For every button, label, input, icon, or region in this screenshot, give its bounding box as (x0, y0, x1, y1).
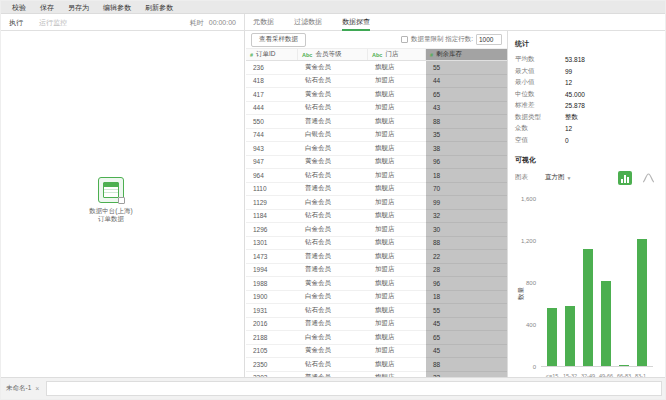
flow-canvas[interactable]: 数据中台(上海) 订单数据 (1, 31, 245, 379)
table-row[interactable]: 236黄金会员旗舰店55 (246, 61, 508, 75)
histogram-bar[interactable] (637, 239, 647, 366)
table-cell: 1473 (246, 250, 298, 263)
table-row[interactable]: 1988黄金会员旗舰店96 (246, 277, 508, 291)
node-caption-line2: 订单数据 (61, 215, 161, 223)
table-row[interactable]: 444钻石会员加盟店43 (246, 102, 508, 116)
table-cell: 444 (246, 102, 298, 115)
tab[interactable]: 元数据 (253, 14, 274, 31)
table-cell: 旗舰店 (368, 237, 426, 250)
table-cell: 2016 (246, 318, 298, 331)
table-row[interactable]: 1994普通会员加盟店28 (246, 264, 508, 278)
table-row[interactable]: 1110普通会员旗舰店70 (246, 183, 508, 197)
node-caption: 数据中台(上海) 订单数据 (61, 207, 161, 223)
table-cell: 旗舰店 (368, 115, 426, 128)
table-cell: 88 (426, 115, 508, 129)
table-cell: 96 (426, 156, 508, 170)
table-row[interactable]: 2188白金会员旗舰店65 (246, 331, 508, 345)
table-cell: 钻石会员 (298, 102, 368, 115)
table-cell: 加盟店 (368, 291, 426, 304)
menu-item[interactable]: 另存为 (61, 1, 96, 14)
column-header[interactable]: Abc会员等级 (298, 49, 368, 60)
limit-rows-input[interactable] (476, 34, 502, 45)
histogram-bar[interactable] (583, 249, 593, 366)
table-cell: 65 (426, 331, 508, 345)
table-cell: 65 (426, 88, 508, 102)
table-row[interactable]: 1931钻石会员旗舰店55 (246, 304, 508, 318)
table-cell: 钻石会员 (298, 75, 368, 88)
table-row[interactable]: 550普通会员旗舰店88 (246, 115, 508, 129)
table-row[interactable]: 418钻石会员加盟店44 (246, 75, 508, 89)
table-row[interactable]: 1296白金会员加盟店30 (246, 223, 508, 237)
table-cell: 加盟店 (368, 75, 426, 88)
tab[interactable]: 数据探查 (342, 14, 370, 31)
stats-title: 统计 (515, 39, 661, 49)
limit-checkbox[interactable] (401, 36, 408, 43)
table-row[interactable]: 1129白金会员加盟店99 (246, 196, 508, 210)
table-row[interactable]: 2016普通会员加盟店45 (246, 318, 508, 332)
stats-list: 平均数53.818最大值99最小值12中位数45.000标准差25.878数据类… (515, 54, 661, 146)
table-cell: 旗舰店 (368, 61, 426, 74)
stat-row: 标准差25.878 (515, 100, 661, 112)
column-header[interactable]: Abc门店 (368, 49, 426, 60)
table-cell: 加盟店 (368, 264, 426, 277)
curve-icon[interactable] (642, 172, 655, 183)
menu-item[interactable]: 保存 (33, 1, 61, 14)
tab[interactable]: 过滤数据 (294, 14, 322, 31)
table-row[interactable]: 2350钻石会员旗舰店88 (246, 358, 508, 372)
view-sample-data-button[interactable]: 查看采样数据 (251, 33, 306, 47)
table-cell: 44 (426, 75, 508, 89)
table-cell: 32 (426, 210, 508, 224)
column-header[interactable]: #剩余库存 (426, 49, 508, 60)
histogram-bar[interactable] (601, 281, 611, 366)
table-cell: 加盟店 (368, 345, 426, 358)
table-row[interactable]: 1184钻石会员旗舰店32 (246, 210, 508, 224)
table-cell: 744 (246, 129, 298, 142)
histogram-bar[interactable] (547, 308, 557, 366)
chart-type-label: 图表 (515, 173, 545, 182)
chart-type-select[interactable]: 直方图 (545, 173, 565, 182)
histogram-icon[interactable] (618, 171, 632, 185)
run-toolbar: 执行 运行监控 耗时 00:00:00 (1, 14, 245, 31)
stat-row: 众数12 (515, 123, 661, 135)
table-cell: 45 (426, 345, 508, 359)
table-cell: 钻石会员 (298, 358, 368, 371)
run-monitor-button[interactable]: 运行监控 (39, 18, 67, 28)
table-cell: 白金会员 (298, 142, 368, 155)
column-header[interactable]: #订单ID (246, 49, 298, 60)
table-row[interactable]: 1473普通会员旗舰店22 (246, 250, 508, 264)
run-button[interactable]: 执行 (9, 18, 23, 28)
table-row[interactable]: 947黄金会员旗舰店96 (246, 156, 508, 170)
menu-item[interactable]: 校验 (5, 1, 33, 14)
document-tab-label: 未命名-1 (6, 384, 31, 393)
table-row[interactable]: 2105黄金会员加盟店45 (246, 345, 508, 359)
y-tick-label: 1,200 (521, 238, 536, 244)
histogram-bar[interactable] (565, 306, 575, 366)
elapsed-value: 00:00:00 (209, 19, 236, 26)
table-cell: 白金会员 (298, 291, 368, 304)
menu-item[interactable]: 编辑参数 (96, 1, 138, 14)
y-tick-label: 1,600 (521, 196, 536, 202)
table-row[interactable]: 964钻石会员加盟店18 (246, 169, 508, 183)
table-cell: 旗舰店 (368, 142, 426, 155)
table-cell: 55 (426, 304, 508, 318)
table-cell: 1900 (246, 291, 298, 304)
document-tab[interactable]: 未命名-1 × (6, 384, 39, 393)
table-row[interactable]: 417黄金会员旗舰店65 (246, 88, 508, 102)
table-cell: 1301 (246, 237, 298, 250)
stat-value: 0 (565, 137, 569, 144)
table-cell: 白金会员 (298, 331, 368, 344)
stat-row: 最小值12 (515, 77, 661, 89)
histogram-bar[interactable] (619, 365, 629, 366)
table-cell: 旗舰店 (368, 250, 426, 263)
table-row[interactable]: 1900白金会员加盟店18 (246, 291, 508, 305)
table-cell: 550 (246, 115, 298, 128)
node-status-badge (118, 197, 125, 204)
menu-item[interactable]: 刷新参数 (138, 1, 180, 14)
flow-node-order-data[interactable]: 数据中台(上海) 订单数据 (61, 177, 161, 223)
table-row[interactable]: 1301钻石会员旗舰店88 (246, 237, 508, 251)
table-cell: 黄金会员 (298, 88, 368, 101)
histogram-plot (541, 199, 653, 367)
table-row[interactable]: 943白金会员旗舰店38 (246, 142, 508, 156)
table-row[interactable]: 744白银会员加盟店35 (246, 129, 508, 143)
close-icon[interactable]: × (35, 385, 39, 392)
